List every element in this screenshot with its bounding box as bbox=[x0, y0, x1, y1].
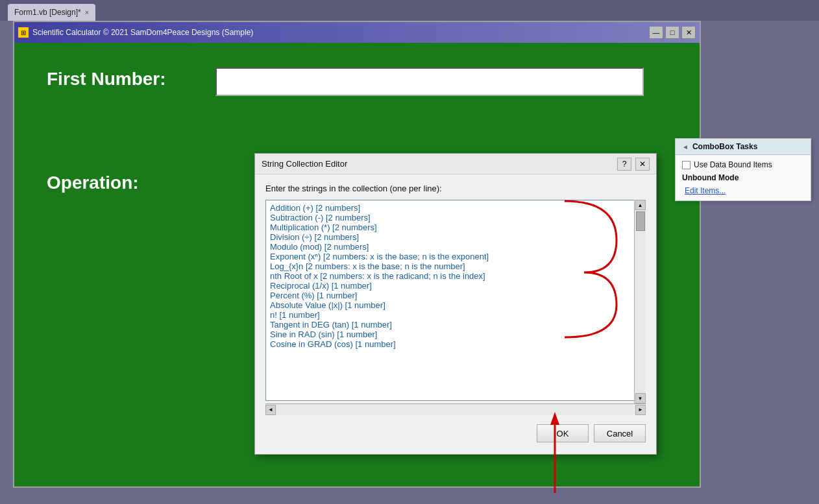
ok-button[interactable]: OK bbox=[537, 424, 589, 442]
form-design-area: First Number: Operation: String Collecti… bbox=[14, 43, 700, 486]
window-icon: ⊞ bbox=[18, 27, 29, 38]
window-title-bar: ⊞ Scientific Calculator © 2021 SamDom4Pe… bbox=[14, 22, 700, 43]
dialog-title: String Collection Editor bbox=[262, 159, 617, 169]
dialog-close-button[interactable]: ✕ bbox=[635, 158, 650, 171]
string-collection-textarea[interactable] bbox=[265, 200, 646, 401]
tasks-arrow-icon: ◄ bbox=[682, 143, 689, 150]
dialog-buttons: OK Cancel bbox=[265, 422, 646, 445]
dialog-title-bar: String Collection Editor ? ✕ bbox=[255, 154, 656, 174]
window-title: Scientific Calculator © 2021 SamDom4Peac… bbox=[32, 28, 645, 37]
scroll-up-arrow[interactable]: ▲ bbox=[635, 200, 646, 210]
combobox-tasks-header: ◄ ComboBox Tasks bbox=[676, 139, 811, 155]
combobox-tasks-panel: ◄ ComboBox Tasks Use Data Bound Items Un… bbox=[675, 138, 811, 201]
scroll-thumb[interactable] bbox=[636, 211, 645, 231]
edit-items-link[interactable]: Edit Items... bbox=[682, 186, 804, 195]
tab-label: Form1.vb [Design]* bbox=[14, 8, 81, 17]
dialog-help-button[interactable]: ? bbox=[617, 158, 631, 171]
cancel-button[interactable]: Cancel bbox=[594, 424, 646, 442]
unbound-mode-label: Unbound Mode bbox=[682, 173, 804, 182]
textarea-wrapper: ▲ ▼ ◄ ► bbox=[265, 200, 646, 415]
minimize-button[interactable]: — bbox=[649, 26, 663, 39]
combobox-tasks-body: Use Data Bound Items Unbound Mode Edit I… bbox=[676, 155, 811, 200]
scroll-down-arrow[interactable]: ▼ bbox=[635, 393, 646, 403]
scroll-left-arrow[interactable]: ◄ bbox=[265, 405, 276, 415]
string-collection-dialog: String Collection Editor ? ✕ Enter the s… bbox=[254, 153, 657, 455]
window-controls: — □ ✕ bbox=[649, 26, 696, 39]
tab-close-icon[interactable]: × bbox=[85, 8, 89, 16]
use-data-bound-label: Use Data Bound Items bbox=[694, 160, 772, 169]
dialog-body: Enter the strings in the collection (one… bbox=[255, 174, 656, 454]
close-button[interactable]: ✕ bbox=[681, 26, 696, 39]
tab-strip: Form1.vb [Design]* × bbox=[8, 0, 95, 21]
use-data-bound-checkbox[interactable] bbox=[682, 161, 691, 169]
first-number-input[interactable] bbox=[215, 67, 644, 96]
dialog-controls: ? ✕ bbox=[617, 158, 650, 171]
designer-window: ⊞ Scientific Calculator © 2021 SamDom4Pe… bbox=[13, 21, 701, 488]
horizontal-scrollbar[interactable]: ◄ ► bbox=[265, 403, 646, 415]
dialog-instruction: Enter the strings in the collection (one… bbox=[265, 184, 646, 193]
vertical-scrollbar[interactable]: ▲ ▼ bbox=[634, 200, 646, 403]
scroll-right-arrow[interactable]: ► bbox=[635, 405, 646, 415]
form-tab[interactable]: Form1.vb [Design]* × bbox=[8, 4, 95, 21]
maximize-button[interactable]: □ bbox=[665, 26, 679, 39]
ide-title-bar: Form1.vb [Design]* × bbox=[0, 0, 819, 21]
operation-label: Operation: bbox=[47, 173, 139, 193]
use-data-bound-row[interactable]: Use Data Bound Items bbox=[682, 160, 804, 169]
first-number-label: First Number: bbox=[47, 69, 166, 90]
combobox-tasks-title: ComboBox Tasks bbox=[692, 142, 757, 151]
